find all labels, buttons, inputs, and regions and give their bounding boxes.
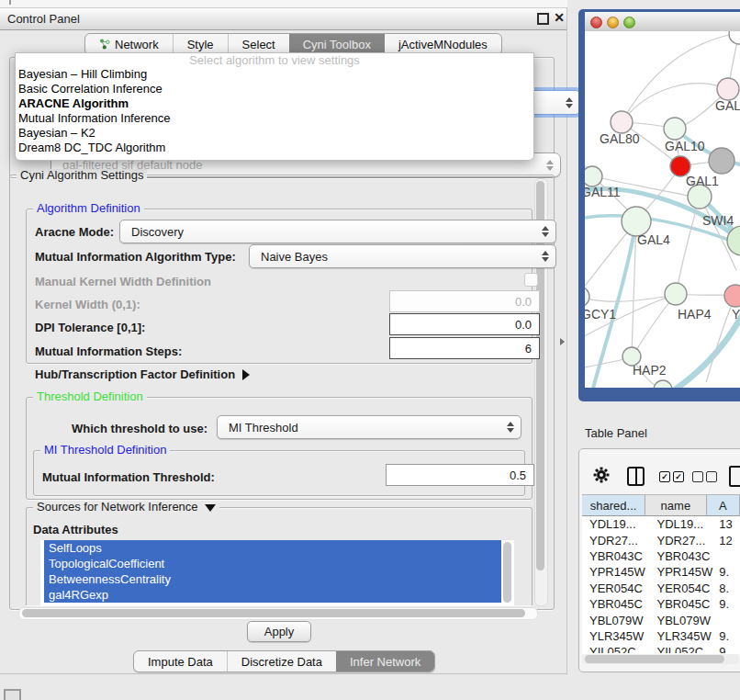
table-function-icon[interactable] — [729, 466, 740, 487]
attribute-item-selected[interactable]: BetweennessCentrality — [44, 571, 501, 587]
attribute-item-selected[interactable]: SelfLoops — [44, 540, 501, 556]
gear-icon[interactable] — [593, 467, 610, 483]
mi-algorithm-combo[interactable]: Naive Bayes — [249, 244, 556, 268]
mi-algorithm-label: Mutual Information Algorithm Type: — [35, 250, 236, 264]
float-window-icon[interactable] — [537, 13, 549, 25]
table-row[interactable]: YBL079W YBL079W — [582, 612, 740, 627]
node-gal-clipped[interactable] — [717, 78, 739, 100]
cell[interactable]: YPR145W — [582, 565, 650, 579]
cell[interactable]: YER054C — [650, 581, 715, 595]
network-window-titlebar[interactable] — [585, 12, 740, 32]
table-hscrollbar-thumb[interactable] — [585, 655, 724, 663]
column-header-name[interactable]: name — [645, 495, 706, 516]
cell[interactable]: YDR27... — [650, 534, 715, 548]
cell[interactable]: YDL19... — [650, 517, 715, 531]
column-header-clipped[interactable]: A — [707, 495, 740, 516]
dropdown-item[interactable]: Bayesian – K2 — [16, 126, 533, 141]
cell[interactable]: YDL19... — [582, 517, 650, 531]
cell[interactable]: 13 — [714, 517, 740, 531]
tab-infer-network[interactable]: Infer Network — [336, 651, 434, 672]
cell[interactable]: 8. — [714, 581, 740, 595]
cell[interactable]: YIL052C — [650, 645, 715, 653]
split-columns-icon[interactable] — [627, 467, 645, 486]
node-hap4[interactable] — [665, 283, 687, 305]
close-icon[interactable]: ✕ — [553, 10, 566, 25]
node-partial-bottom[interactable] — [654, 380, 672, 388]
dropdown-item-selected[interactable]: ARACNE Algorithm — [16, 96, 533, 111]
node-label: GAL10 — [665, 139, 705, 153]
cell[interactable]: YDR27... — [582, 534, 650, 548]
table-row[interactable]: YLR345W YLR345W 9. — [582, 628, 740, 644]
unselect-all-columns-icon[interactable] — [692, 471, 717, 482]
cell[interactable]: YBL079W — [650, 614, 715, 627]
network-canvas[interactable]: GAL GAL80 GAL10 GAL1 GAL11 SWI4 GAL4 GCY… — [585, 31, 740, 388]
dropdown-item[interactable]: Mutual Information Inference — [16, 111, 533, 126]
cell[interactable]: YPR145W — [650, 565, 715, 579]
mi-steps-field[interactable]: 6 — [389, 337, 540, 359]
apply-button[interactable]: Apply — [247, 621, 311, 642]
bottom-tabbar: Impute Data Discretize Data Infer Networ… — [133, 650, 435, 672]
dropdown-item[interactable]: Basic Correlation Inference — [16, 82, 533, 96]
column-header-shared-name[interactable]: shared... — [582, 495, 645, 516]
node-unlabeled-top[interactable] — [729, 31, 740, 44]
node-gcy1[interactable] — [585, 287, 589, 307]
attributes-vscrollbar-thumb[interactable] — [503, 542, 511, 603]
tab-network[interactable]: Network — [85, 34, 173, 54]
cell[interactable]: 9. — [714, 629, 740, 643]
tab-discretize-data[interactable]: Discretize Data — [227, 651, 336, 672]
cell[interactable]: YBL079W — [582, 614, 650, 627]
table-row[interactable]: YDL19... YDL19... 13 — [582, 516, 740, 532]
tab-style[interactable]: Style — [173, 34, 228, 54]
divider-collapse-arrow[interactable] — [560, 338, 565, 345]
kernel-width-field[interactable]: 0.0 — [389, 290, 540, 312]
settings-hscrollbar-thumb[interactable] — [22, 609, 525, 617]
tab-impute-data[interactable]: Impute Data — [134, 651, 227, 672]
hub-section-toggle[interactable]: Hub/Transcription Factor Definition — [35, 367, 250, 381]
table-row[interactable]: YER054C YER054C 8. — [582, 581, 740, 596]
dropdown-item[interactable]: Bayesian – Hill Climbing — [16, 67, 533, 82]
dropdown-item[interactable]: Dream8 DC_TDC Algorithm — [16, 141, 533, 155]
attribute-item-selected[interactable]: TopologicalCoefficient — [44, 556, 501, 571]
close-window-icon[interactable] — [590, 17, 602, 28]
minimize-window-icon[interactable] — [607, 17, 619, 28]
mi-threshold-field[interactable]: 0.5 — [386, 464, 534, 486]
node-gal11[interactable] — [585, 166, 602, 186]
which-threshold-combo[interactable]: MI Threshold — [217, 415, 521, 439]
cell[interactable]: 9. — [714, 565, 740, 579]
sources-toggle[interactable]: Sources for Network Inference — [33, 501, 219, 514]
cell[interactable]: 9 — [714, 645, 740, 653]
cell[interactable]: YLR345W — [582, 629, 650, 643]
cell[interactable]: YLR345W — [650, 629, 715, 643]
node-gray[interactable] — [709, 148, 734, 174]
cell[interactable]: YER054C — [582, 581, 650, 595]
node-gal80[interactable] — [611, 111, 633, 133]
tab-cyni-toolbox[interactable]: Cyni Toolbox — [289, 34, 385, 54]
dpi-tolerance-field[interactable]: 0.0 — [389, 313, 540, 335]
table-row[interactable]: YBR045C YBR045C 9. — [582, 596, 740, 612]
zoom-window-icon[interactable] — [623, 17, 635, 28]
cell[interactable]: YIL052C — [582, 645, 650, 653]
minimized-panel-icon[interactable] — [4, 689, 21, 700]
cell[interactable]: YBR043C — [582, 549, 650, 563]
collapse-down-icon — [205, 504, 216, 512]
table-row[interactable]: YDR27... YDR27... 12 — [582, 532, 740, 548]
cell[interactable]: YBR043C — [650, 549, 715, 563]
node-salmon[interactable] — [724, 285, 740, 307]
cell[interactable]: YBR045C — [582, 597, 650, 611]
cell[interactable]: 12 — [714, 534, 740, 548]
table-row[interactable]: YBR043C YBR043C — [582, 548, 740, 564]
manual-kernel-checkbox[interactable] — [524, 273, 538, 287]
tab-select[interactable]: Select — [228, 34, 289, 54]
cell[interactable]: 9. — [714, 597, 740, 611]
select-all-columns-icon[interactable]: ✓✓ — [659, 471, 684, 482]
aracne-mode-combo[interactable]: Discovery — [119, 220, 556, 243]
tab-select-label: Select — [242, 38, 275, 51]
expand-right-icon — [242, 369, 250, 380]
cell[interactable]: YBR045C — [650, 597, 715, 611]
tab-cyni-toolbox-label: Cyni Toolbox — [303, 38, 371, 51]
node-gal10[interactable] — [664, 118, 686, 140]
table-row[interactable]: YPR145W YPR145W 9. — [582, 564, 740, 580]
tab-jactivemnodules[interactable]: jActiveMNodules — [385, 34, 501, 54]
attribute-item-selected[interactable]: gal4RGexp — [44, 587, 501, 603]
table-row[interactable]: YIL052C YIL052C 9 — [582, 644, 740, 653]
